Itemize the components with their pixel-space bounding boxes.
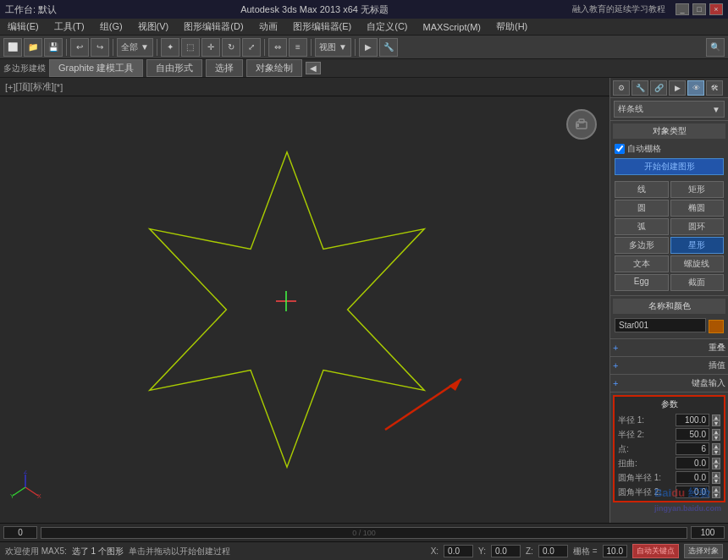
status-bar: 欢迎使用 MAX5: 选了 1 个图形 单击并拖动以开始创建过程 X: Y: Z… — [0, 541, 728, 560]
param-input-r1[interactable] — [676, 414, 709, 426]
btn-rect[interactable]: 矩形 — [670, 181, 725, 198]
select-region-button[interactable]: ⬚ — [181, 38, 200, 57]
btn-ellipse[interactable]: 椭圆 — [670, 200, 725, 217]
open-button[interactable]: 📁 — [24, 38, 42, 57]
vp-label-plus[interactable]: [+] — [5, 82, 16, 92]
param-input-pts[interactable] — [676, 442, 709, 455]
svg-text:X: X — [37, 493, 41, 499]
x-input[interactable] — [444, 545, 473, 557]
menu-help[interactable]: 帮助(H) — [492, 20, 532, 33]
timeline-end[interactable] — [691, 526, 725, 539]
param-input-fillet1[interactable] — [676, 471, 709, 484]
vp-label-extra[interactable]: [*] — [54, 82, 63, 92]
y-input[interactable] — [491, 545, 521, 557]
timeline-start[interactable] — [3, 526, 37, 539]
param-input-twist[interactable] — [676, 457, 709, 469]
param-row-r2: 半径 2: ▲ ▼ — [616, 427, 722, 442]
grid-value: 10.0 — [603, 545, 627, 557]
color-swatch[interactable] — [709, 320, 724, 333]
btn-ngon[interactable]: 多边形 — [615, 237, 669, 254]
start-create-btn[interactable]: 开始创建图形 — [615, 158, 724, 175]
panel-icon-hierarchy[interactable]: 🔗 — [650, 80, 667, 96]
svg-text:Z: Z — [24, 470, 28, 475]
selected-objects-button[interactable]: 选择对象 — [684, 544, 723, 558]
redo-button[interactable]: ↪ — [91, 38, 109, 57]
panel-icon-display[interactable]: 👁 — [687, 80, 704, 96]
render-button[interactable]: ▶ — [359, 38, 378, 57]
render-setup-button[interactable]: 🔧 — [379, 38, 398, 57]
maximize-button[interactable]: □ — [692, 3, 706, 15]
minimize-button[interactable]: _ — [676, 3, 689, 15]
spin-up-r1[interactable]: ▲ — [712, 415, 720, 420]
grid-label: 栅格 = — [573, 546, 598, 557]
new-button[interactable]: ⬜ — [3, 38, 22, 57]
spin-dn-fillet1[interactable]: ▼ — [712, 478, 720, 484]
menu-customize[interactable]: 自定义(C) — [362, 20, 411, 33]
search-button[interactable]: 🔍 — [706, 38, 725, 57]
polygon-modeling-label: 多边形建模 — [3, 63, 46, 74]
select-button[interactable]: ✦ — [161, 38, 179, 57]
menu-maxscript[interactable]: MAXScript(M) — [419, 22, 485, 32]
spin-up-pts[interactable]: ▲ — [712, 443, 720, 449]
menu-graph-editor2[interactable]: 图形编辑器(E) — [289, 20, 356, 33]
btn-star[interactable]: 星形 — [670, 237, 725, 254]
menu-view[interactable]: 视图(V) — [134, 20, 174, 33]
param-input-r2[interactable] — [676, 428, 709, 441]
panel-icon-motion[interactable]: ▶ — [669, 80, 686, 96]
spin-dn-pts[interactable]: ▼ — [712, 449, 720, 455]
timeline-bar[interactable]: 0 / 100 — [41, 527, 687, 539]
spin-up-twist[interactable]: ▲ — [712, 458, 720, 464]
close-button[interactable]: × — [709, 3, 723, 15]
interpolation-row[interactable]: + 插值 — [613, 360, 725, 371]
view-dropdown[interactable]: 视图 ▼ — [315, 38, 351, 57]
tab-freeform[interactable]: 自由形式 — [146, 59, 202, 77]
mirror-button[interactable]: ⇔ — [268, 38, 287, 57]
object-type-section: 对象类型 自动棚格 开始创建图形 线 矩形 圆 椭圆 弧 圆环 多边形 星形 — [610, 121, 728, 296]
btn-egg[interactable]: Egg — [615, 274, 669, 291]
menu-group[interactable]: 组(G) — [96, 20, 127, 33]
btn-arc[interactable]: 弧 — [615, 218, 669, 235]
spin-up-r2[interactable]: ▲ — [712, 429, 720, 435]
panel-icon-create[interactable]: ⚙ — [613, 80, 630, 96]
svg-rect-5 — [576, 124, 579, 127]
spin-up-fillet1[interactable]: ▲ — [712, 472, 720, 478]
menu-edit[interactable]: 编辑(E) — [3, 20, 43, 33]
spin-dn-twist[interactable]: ▼ — [712, 464, 720, 469]
tab-object-paint[interactable]: 对象绘制 — [246, 59, 302, 77]
menu-animation[interactable]: 动画 — [255, 20, 282, 33]
filter-dropdown[interactable]: 全部 ▼ — [117, 38, 153, 57]
rotate-button[interactable]: ↻ — [222, 38, 240, 57]
spline-dropdown[interactable]: 样条线 ▼ — [614, 101, 725, 118]
align-button[interactable]: ≡ — [289, 38, 307, 57]
menu-tools[interactable]: 工具(T) — [50, 20, 89, 33]
spin-dn-r1[interactable]: ▼ — [712, 420, 720, 426]
viewport[interactable]: X Y Z — [0, 96, 609, 523]
auto-key-button[interactable]: 自动关键点 — [632, 544, 679, 558]
svg-text:Y: Y — [10, 493, 14, 499]
scale-button[interactable]: ⤢ — [242, 38, 261, 57]
auto-grid-checkbox[interactable] — [615, 144, 625, 154]
name-input[interactable] — [615, 318, 706, 332]
btn-donut[interactable]: 圆环 — [670, 218, 725, 235]
rendering-row[interactable]: + 重叠 — [613, 342, 725, 354]
welcome-label: 欢迎使用 MAX5: — [5, 546, 67, 557]
tab-graphite[interactable]: Graphite 建模工具 — [49, 59, 143, 77]
btn-circle[interactable]: 圆 — [615, 200, 669, 217]
btn-line[interactable]: 线 — [615, 181, 669, 198]
z-input[interactable] — [538, 545, 568, 557]
spin-dn-r2[interactable]: ▼ — [712, 435, 720, 441]
btn-section[interactable]: 截面 — [670, 274, 725, 291]
tab-selection[interactable]: 选择 — [206, 59, 243, 77]
panel-icon-utilities[interactable]: 🛠 — [706, 80, 723, 96]
undo-button[interactable]: ↩ — [70, 38, 89, 57]
save-button[interactable]: 💾 — [44, 38, 63, 57]
keyboard-row[interactable]: + 键盘输入 — [613, 377, 725, 389]
btn-text[interactable]: 文本 — [615, 255, 669, 272]
panel-toggle[interactable]: ◀ — [306, 62, 321, 74]
vp-label-mode[interactable]: [标准] — [30, 80, 54, 93]
panel-icon-modify[interactable]: 🔧 — [631, 80, 648, 96]
menu-graph-editor[interactable]: 图形编辑器(D) — [179, 20, 247, 33]
vp-label-view[interactable]: [顶] — [16, 80, 30, 93]
move-button[interactable]: ✛ — [201, 38, 220, 57]
btn-helix[interactable]: 螺旋线 — [670, 255, 725, 272]
